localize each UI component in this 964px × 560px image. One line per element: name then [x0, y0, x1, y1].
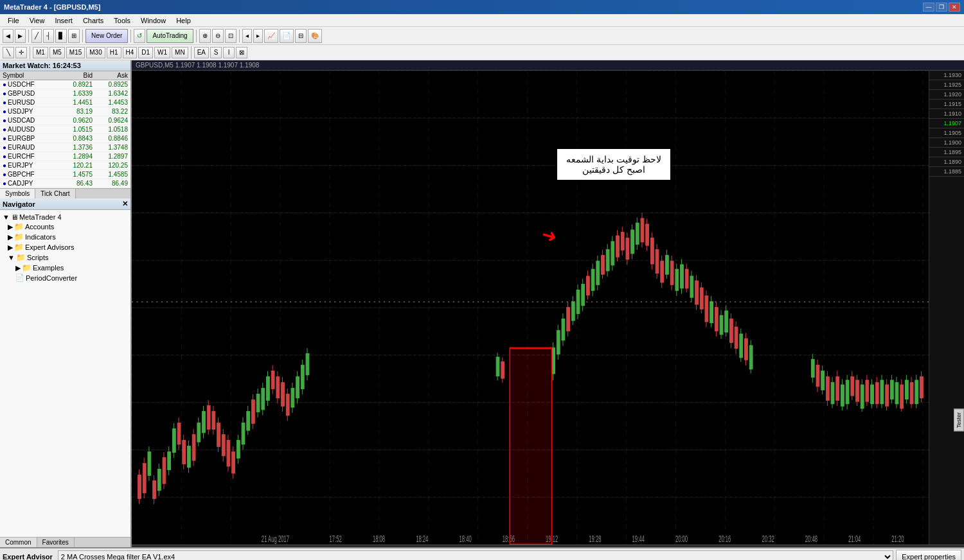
svg-text:18:08: 18:08: [373, 534, 385, 544]
col-bid: Bid: [57, 71, 95, 80]
nav-item-accounts[interactable]: ▶ 📁 Accounts: [8, 222, 128, 232]
list-item[interactable]: ●EURJPY120.21120.25: [0, 161, 130, 170]
tab-symbols[interactable]: Symbols: [0, 189, 35, 198]
svg-rect-51: [237, 441, 240, 458]
list-item[interactable]: ●EURAUD1.37361.3748: [0, 143, 130, 152]
svg-rect-41: [212, 412, 215, 429]
svg-rect-103: [596, 261, 600, 284]
period-mn[interactable]: MN: [172, 47, 188, 58]
menu-charts[interactable]: Charts: [78, 16, 109, 25]
period-d1[interactable]: D1: [138, 47, 153, 58]
period-w1[interactable]: W1: [154, 47, 170, 58]
menu-bar: File View Insert Charts Tools Window Hel…: [0, 14, 964, 27]
new-order-button[interactable]: New Order: [85, 29, 128, 43]
navigator-bottom-tabs: Common Favorites: [0, 537, 130, 547]
svg-text:18:40: 18:40: [459, 534, 471, 544]
chart-canvas[interactable]: 21 Aug 2017 17:52 18:08 18:24 18:40 18:5…: [132, 71, 964, 545]
nav-item-examples[interactable]: ▶ 📁 Examples: [15, 263, 128, 273]
menu-window[interactable]: Window: [136, 16, 171, 25]
close-button[interactable]: ✕: [949, 3, 960, 12]
nav-item-root[interactable]: ▼ 🖥 MetaTrader 4: [3, 213, 128, 222]
toolbar-expert-toggle[interactable]: EA: [194, 47, 209, 58]
toolbar-fit-chart[interactable]: ⊡: [225, 29, 237, 43]
svg-rect-25: [172, 429, 175, 452]
toolbar-draw-line[interactable]: ╲: [3, 47, 14, 58]
menu-tools[interactable]: Tools: [109, 16, 136, 25]
tab-common[interactable]: Common: [0, 538, 37, 547]
period-m5[interactable]: M5: [49, 47, 65, 58]
tab-tick-chart[interactable]: Tick Chart: [35, 189, 75, 198]
toolbar-candle-chart[interactable]: ▊: [55, 29, 67, 43]
list-item[interactable]: ●EURCHF1.28941.2897: [0, 152, 130, 161]
toolbar-chart-left[interactable]: ◂: [242, 29, 252, 43]
folder-icon: 📁: [16, 253, 26, 262]
toolbar-chart-right[interactable]: ▸: [253, 29, 263, 43]
toolbar-back[interactable]: ◀: [3, 29, 13, 43]
menu-help[interactable]: Help: [171, 16, 196, 25]
list-item[interactable]: ●USDJPY83.1983.22: [0, 107, 130, 116]
list-item[interactable]: ●USDCAD0.96200.9624: [0, 116, 130, 125]
svg-rect-187: [861, 385, 864, 408]
svg-rect-185: [856, 380, 859, 401]
nav-expand-ea: ▶: [8, 243, 13, 252]
navigator-close[interactable]: ✕: [122, 200, 128, 208]
toolbar-objects[interactable]: ⊠: [236, 47, 247, 58]
toolbar-period-sep[interactable]: ⊟: [295, 29, 307, 43]
candlestick-chart: 21 Aug 2017 17:52 18:08 18:24 18:40 18:5…: [132, 71, 929, 545]
chart-area[interactable]: GBPUSD,M5 1.1907 1.1908 1.1907 1.1908: [132, 60, 964, 547]
menu-insert[interactable]: Insert: [49, 16, 78, 25]
svg-rect-35: [197, 423, 201, 442]
toolbar-line-chart[interactable]: ╱: [31, 29, 42, 43]
toolbar-colors[interactable]: 🎨: [308, 29, 322, 43]
minimize-button[interactable]: —: [923, 3, 934, 12]
list-item[interactable]: ●CADJPY86.4386.49: [0, 179, 130, 188]
toolbar-indicator-list[interactable]: I: [223, 47, 235, 58]
toolbar-sep3: [130, 30, 131, 42]
period-h1[interactable]: H1: [107, 47, 121, 58]
svg-rect-67: [276, 377, 280, 398]
ea-label: Expert Advisors: [25, 243, 74, 251]
period-m1[interactable]: M1: [33, 47, 48, 58]
period-m15[interactable]: M15: [66, 47, 85, 58]
expert-properties-button[interactable]: Expert properties: [896, 550, 961, 561]
bottom-panel: Expert Advisor 2 MA Crosses Mega filter …: [0, 547, 964, 560]
toolbar-crosshair[interactable]: ✛: [15, 47, 27, 58]
autotrading-button[interactable]: AutoTrading: [147, 29, 193, 43]
toolbar-chart-4[interactable]: ⊞: [68, 29, 80, 43]
nav-item-period-converter[interactable]: 📄 PeriodConverter: [15, 273, 128, 283]
toolbar-script[interactable]: S: [210, 47, 222, 58]
folder-icon: 📁: [14, 222, 24, 231]
restore-button[interactable]: ❐: [936, 3, 947, 12]
toolbar-sep2: [82, 30, 83, 42]
nav-item-indicators[interactable]: ▶ 📁 Indicators: [8, 232, 128, 242]
list-item[interactable]: ●EURUSD1.44511.4453: [0, 98, 130, 107]
chart-scrollbar[interactable]: [132, 545, 964, 547]
ea-selector[interactable]: 2 MA Crosses Mega filter EA V1.ex4: [58, 550, 893, 561]
menu-file[interactable]: File: [3, 16, 24, 25]
tester-side-tab[interactable]: Tester: [954, 409, 964, 432]
period-m30[interactable]: M30: [86, 47, 105, 58]
menu-view[interactable]: View: [24, 16, 50, 25]
toolbar-bar-chart[interactable]: ┤: [43, 29, 54, 43]
toolbar-zoom-in[interactable]: ⊕: [199, 29, 211, 43]
period-h4[interactable]: H4: [123, 47, 138, 58]
toolbar-refresh[interactable]: ↺: [134, 29, 145, 43]
toolbar-forward[interactable]: ▶: [15, 29, 26, 43]
list-item[interactable]: ●USDCHF0.89210.8925: [0, 80, 130, 89]
svg-rect-133: [670, 261, 674, 284]
chart-header-text: GBPUSD,M5 1.1907 1.1908 1.1907 1.1908: [136, 62, 259, 69]
tab-favorites[interactable]: Favorites: [37, 538, 75, 547]
list-item[interactable]: ●EURGBP0.88430.8846: [0, 134, 130, 143]
indicators-label: Indicators: [25, 233, 56, 241]
nav-item-expert-advisors[interactable]: ▶ 📁 Expert Advisors: [8, 242, 128, 252]
list-item[interactable]: ●GBPCHF1.45751.4585: [0, 170, 130, 179]
list-item[interactable]: ●GBPUSD1.63391.6342: [0, 89, 130, 98]
toolbar-zoom-out[interactable]: ⊖: [212, 29, 224, 43]
svg-text:20:00: 20:00: [675, 534, 688, 544]
list-item[interactable]: ●AUDUSD1.05151.0518: [0, 125, 130, 134]
toolbar-templates[interactable]: 📄: [280, 29, 294, 43]
annotation-line2: اصبح كل دقيقتين: [582, 164, 645, 175]
svg-rect-211: [920, 377, 924, 398]
nav-item-scripts[interactable]: ▼ 📁 Scripts: [8, 252, 128, 263]
toolbar-indicators[interactable]: 📈: [264, 29, 278, 43]
